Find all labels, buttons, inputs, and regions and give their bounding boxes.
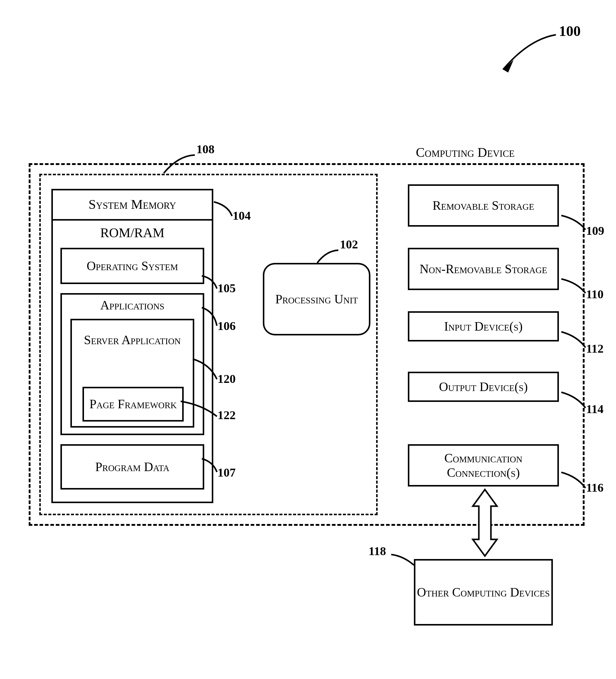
page-framework-box: Page Framework: [83, 387, 184, 422]
processing-unit-label: Processing Unit: [264, 264, 369, 334]
leader-118-icon: [390, 550, 417, 568]
svg-marker-0: [503, 60, 514, 72]
leader-105-icon: [199, 273, 221, 292]
leader-108-icon: [160, 150, 196, 177]
leader-102-icon: [314, 245, 342, 266]
leader-114-icon: [559, 390, 589, 413]
program-data-box: Program Data: [60, 444, 204, 489]
leader-122-icon: [178, 399, 221, 422]
input-devices-box: Input Device(s): [408, 311, 559, 342]
ref-102: 102: [340, 237, 358, 251]
ref-100: 100: [559, 23, 581, 39]
server-application-label: Server Application: [72, 320, 193, 360]
input-devices-label: Input Device(s): [409, 313, 557, 340]
leader-109-icon: [559, 213, 589, 234]
operating-system-label: Operating System: [62, 249, 203, 283]
double-arrow-icon: [470, 488, 500, 557]
processing-unit-box: Processing Unit: [263, 263, 370, 335]
server-application-box: Server Application Page Framework: [70, 319, 194, 428]
ref-108: 108: [196, 142, 215, 156]
leader-107-icon: [199, 456, 221, 476]
non-removable-storage-box: Non-Removable Storage: [408, 248, 559, 290]
non-removable-storage-label: Non-Removable Storage: [409, 249, 557, 289]
arrow-100-icon: [492, 27, 559, 78]
program-data-label: Program Data: [62, 446, 203, 488]
removable-storage-box: Removable Storage: [408, 184, 559, 227]
leader-120-icon: [190, 357, 221, 384]
leader-112-icon: [559, 329, 589, 352]
system-memory-title: System Memory: [53, 190, 212, 221]
computing-device-title: Computing Device: [387, 145, 544, 160]
page-framework-label: Page Framework: [84, 388, 182, 420]
rom-ram-label: ROM/RAM: [53, 221, 212, 245]
other-computing-devices-box: Other Computing Devices: [414, 559, 553, 625]
communication-connections-label: Communication Connection(s): [409, 446, 557, 485]
leader-110-icon: [559, 277, 589, 298]
applications-label: Applications: [62, 295, 203, 316]
output-devices-box: Output Device(s): [408, 372, 559, 402]
other-computing-devices-label: Other Computing Devices: [415, 560, 551, 624]
system-memory-box: System Memory ROM/RAM Operating System A…: [51, 189, 213, 503]
leader-106-icon: [199, 305, 221, 329]
leader-116-icon: [559, 470, 589, 492]
output-devices-label: Output Device(s): [409, 373, 557, 400]
diagram-canvas: 100 Computing Device 108 System Memory R…: [0, 0, 616, 679]
ref-118: 118: [368, 544, 386, 558]
operating-system-box: Operating System: [60, 248, 204, 284]
removable-storage-label: Removable Storage: [409, 186, 557, 225]
leader-104-icon: [212, 199, 236, 221]
communication-connections-box: Communication Connection(s): [408, 444, 559, 486]
